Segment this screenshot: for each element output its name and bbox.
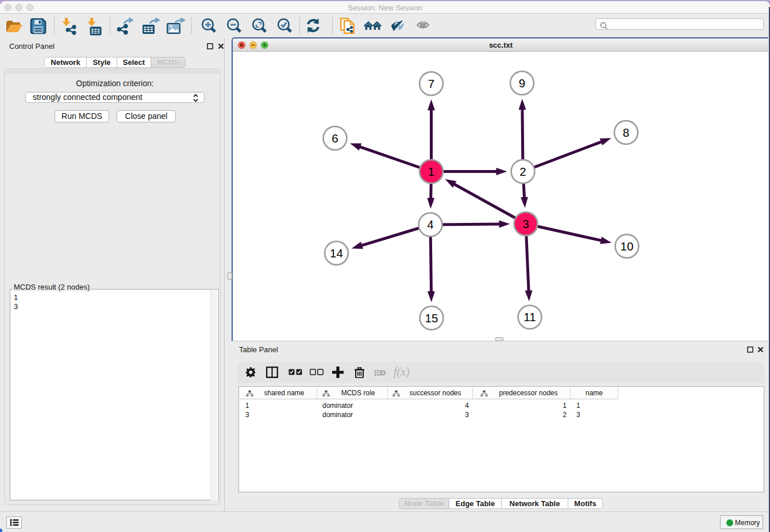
- svg-text:4: 4: [427, 218, 433, 231]
- svg-text:14: 14: [330, 246, 343, 260]
- svg-text:3: 3: [522, 217, 529, 230]
- svg-text:2: 2: [519, 165, 526, 178]
- svg-text:6: 6: [332, 132, 338, 145]
- svg-text:8: 8: [623, 126, 629, 139]
- svg-text:11: 11: [523, 310, 536, 323]
- svg-text:10: 10: [621, 240, 634, 253]
- svg-text:15: 15: [425, 311, 438, 325]
- svg-text:1: 1: [428, 165, 434, 178]
- svg-text:7: 7: [428, 77, 434, 90]
- svg-text:9: 9: [519, 76, 525, 90]
